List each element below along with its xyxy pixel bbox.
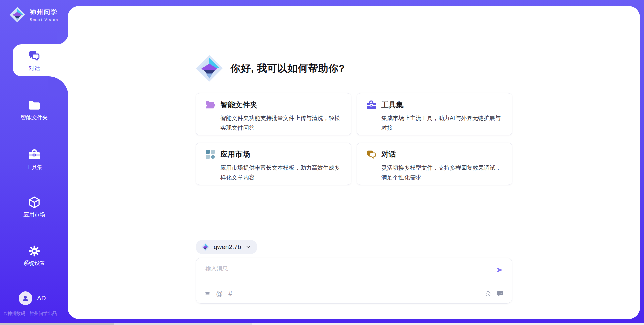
feedback-button[interactable] bbox=[497, 290, 504, 297]
card-description: 集成市场上主流工具，助力AI与外界无缝扩展与对接 bbox=[381, 113, 504, 133]
mention-button[interactable]: @ bbox=[216, 290, 223, 297]
card-app-market[interactable]: 应用市场 应用市场提供丰富长文本模板，助力高效生成多样化文章内容 bbox=[196, 143, 351, 185]
send-icon bbox=[496, 266, 504, 274]
folder-icon bbox=[28, 99, 41, 112]
at-icon: @ bbox=[216, 290, 223, 297]
card-toolset[interactable]: 工具集 集成市场上主流工具，助力AI与外界无缝扩展与对接 bbox=[357, 93, 512, 135]
composer-divider bbox=[204, 284, 504, 284]
active-tab-curve-top bbox=[57, 33, 68, 44]
brand-logo-icon bbox=[9, 7, 25, 23]
sidebar-item-label: 系统设置 bbox=[23, 260, 45, 267]
cube-icon bbox=[28, 196, 41, 209]
user-name: AD bbox=[37, 295, 46, 302]
app-window: 你好, 我可以如何帮助你? 智能文件夹 智能文件夹功能支持批量文件上传与清洗，轻… bbox=[0, 0, 644, 325]
copyright-text: ©神州数码 · 神州问学出品 bbox=[4, 311, 57, 317]
topic-button[interactable]: # bbox=[228, 290, 232, 297]
scrollbar-thumb[interactable] bbox=[0, 323, 114, 325]
card-smart-folder[interactable]: 智能文件夹 智能文件夹功能支持批量文件上传与清洗，轻松实现文件问答 bbox=[196, 93, 351, 135]
sidebar-item-settings[interactable]: 系统设置 bbox=[0, 244, 68, 267]
hash-icon: # bbox=[228, 290, 232, 297]
card-title: 应用市场 bbox=[220, 149, 250, 159]
sidebar-item-chat[interactable]: 对话 bbox=[0, 49, 68, 72]
toolbox-icon bbox=[28, 148, 41, 161]
message-input[interactable] bbox=[205, 264, 494, 282]
toolbox-icon bbox=[366, 99, 377, 111]
gear-icon bbox=[28, 244, 41, 258]
card-title: 工具集 bbox=[381, 100, 404, 110]
card-title: 对话 bbox=[381, 149, 396, 159]
sidebar-item-label: 应用市场 bbox=[23, 211, 45, 218]
person-icon bbox=[21, 294, 30, 303]
greeting: 你好, 我可以如何帮助你? bbox=[196, 55, 512, 82]
paperclip-icon bbox=[204, 290, 210, 297]
history-icon bbox=[485, 290, 491, 297]
greeting-title: 你好, 我可以如何帮助你? bbox=[230, 62, 345, 75]
main-area: 你好, 我可以如何帮助你? 智能文件夹 智能文件夹功能支持批量文件上传与清洗，轻… bbox=[68, 6, 640, 319]
model-logo-icon bbox=[201, 243, 210, 251]
card-chat[interactable]: 对话 灵活切换多模型文件，支持多样回复效果调试，满足个性化需求 bbox=[357, 143, 512, 185]
message-composer: @ # bbox=[196, 258, 512, 304]
user-avatar bbox=[19, 291, 32, 305]
send-button[interactable] bbox=[496, 266, 504, 274]
chat-bubbles-icon bbox=[366, 149, 377, 160]
chat-filled-icon bbox=[497, 290, 504, 297]
greeting-logo-icon bbox=[196, 55, 223, 82]
sidebar-item-app-market[interactable]: 应用市场 bbox=[0, 196, 68, 218]
history-button[interactable] bbox=[485, 290, 491, 297]
brand-subtitle: Smart Vision bbox=[30, 18, 58, 22]
horizontal-scrollbar[interactable] bbox=[0, 323, 644, 325]
card-description: 灵活切换多模型文件，支持多样回复效果调试，满足个性化需求 bbox=[381, 163, 504, 182]
card-description: 智能文件夹功能支持批量文件上传与清洗，轻松实现文件问答 bbox=[220, 113, 343, 133]
attach-button[interactable] bbox=[204, 290, 210, 297]
card-title: 智能文件夹 bbox=[220, 100, 257, 110]
chat-icon bbox=[28, 49, 41, 62]
brand: 神州问学 Smart Vision bbox=[9, 7, 58, 23]
scrollbar-segment bbox=[114, 323, 252, 325]
sidebar-item-label: 智能文件夹 bbox=[21, 114, 48, 121]
sidebar-item-label: 对话 bbox=[29, 65, 40, 72]
sidebar-item-smart-folder[interactable]: 智能文件夹 bbox=[0, 99, 68, 121]
model-name: qwen2:7b bbox=[214, 243, 241, 251]
brand-name: 神州问学 bbox=[30, 8, 58, 17]
model-selector-button[interactable]: qwen2:7b bbox=[196, 240, 257, 254]
module-grid-icon bbox=[205, 149, 216, 160]
chevron-down-icon bbox=[245, 244, 251, 250]
active-tab-curve-bottom bbox=[48, 76, 68, 96]
feature-cards: 智能文件夹 智能文件夹功能支持批量文件上传与清洗，轻松实现文件问答 工具集 bbox=[196, 93, 512, 185]
sidebar-item-toolset[interactable]: 工具集 bbox=[0, 148, 68, 171]
sidebar-item-label: 工具集 bbox=[26, 164, 42, 171]
folder-open-icon bbox=[205, 99, 216, 111]
card-description: 应用市场提供丰富长文本模板，助力高效生成多样化文章内容 bbox=[220, 163, 343, 182]
user-menu[interactable]: AD bbox=[19, 291, 46, 305]
